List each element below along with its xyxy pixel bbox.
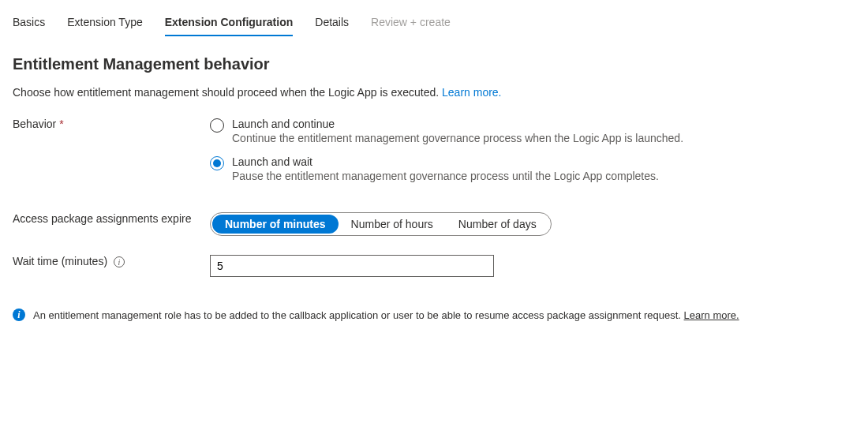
description-text: Choose how entitlement management should… [13, 86, 442, 99]
section-title: Entitlement Management behavior [0, 36, 868, 73]
behavior-label-text: Behavior [13, 118, 56, 130]
tab-extension-type[interactable]: Extension Type [67, 16, 142, 36]
radio-launch-wait-label[interactable]: Launch and wait [232, 155, 855, 168]
info-filled-icon: i [13, 309, 25, 321]
radio-launch-continue-label[interactable]: Launch and continue [232, 118, 855, 130]
radio-launch-wait-desc: Pause the entitlement management governa… [232, 170, 855, 182]
wait-time-label: Wait time (minutes) i [13, 255, 210, 277]
radio-launch-wait[interactable] [210, 156, 224, 170]
info-icon[interactable]: i [114, 256, 125, 267]
tab-review-create: Review + create [371, 16, 451, 36]
learn-more-link[interactable]: Learn more. [442, 86, 501, 99]
expire-pill-group: Number of minutes Number of hours Number… [210, 212, 552, 236]
pill-minutes[interactable]: Number of minutes [212, 215, 339, 234]
notice-banner: i An entitlement management role has to … [0, 277, 868, 321]
tab-details[interactable]: Details [315, 16, 349, 36]
section-description: Choose how entitlement management should… [0, 73, 868, 99]
expire-label: Access package assignments expire [13, 212, 210, 236]
tab-extension-configuration[interactable]: Extension Configuration [165, 16, 294, 36]
radio-launch-continue-desc: Continue the entitlement management gove… [232, 132, 855, 144]
pill-hours[interactable]: Number of hours [339, 215, 446, 234]
wait-time-input[interactable] [210, 255, 494, 277]
radio-launch-continue[interactable] [210, 118, 224, 133]
tab-basics[interactable]: Basics [13, 16, 45, 36]
behavior-label: Behavior * [13, 118, 210, 193]
required-asterisk: * [59, 118, 63, 130]
tab-bar: Basics Extension Type Extension Configur… [0, 0, 868, 36]
pill-days[interactable]: Number of days [446, 215, 549, 234]
notice-learn-more-link[interactable]: Learn more. [684, 309, 739, 321]
wait-time-label-text: Wait time (minutes) [13, 255, 107, 267]
behavior-options: Launch and continue Continue the entitle… [210, 118, 855, 193]
notice-text: An entitlement management role has to be… [33, 309, 684, 321]
